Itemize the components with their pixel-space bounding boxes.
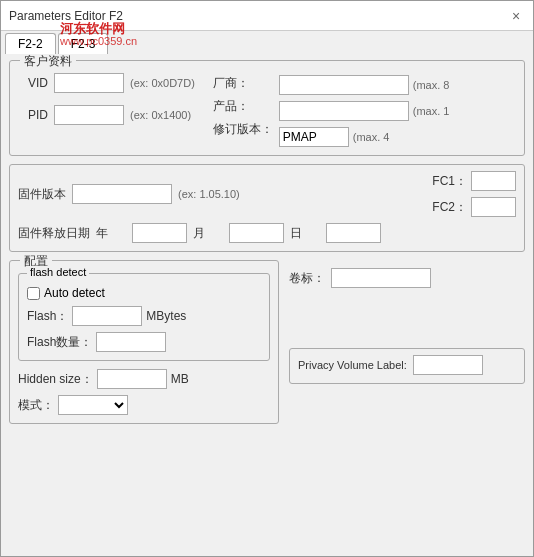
year-label: 年 — [96, 225, 126, 242]
manufacturer-input[interactable] — [279, 75, 409, 95]
auto-detect-label: Auto detect — [44, 286, 105, 300]
mode-row: 模式： — [18, 395, 270, 415]
flash-count-input[interactable] — [96, 332, 166, 352]
hidden-size-label: Hidden size： — [18, 371, 93, 388]
vid-row: VID (ex: 0x0D7D) — [18, 73, 195, 93]
pid-row: PID (ex: 0x1400) — [18, 105, 195, 125]
firmware-version-input[interactable] — [72, 184, 172, 204]
auto-detect-checkbox[interactable] — [27, 287, 40, 300]
fc1-row: FC1： — [432, 171, 516, 191]
hidden-size-input[interactable] — [97, 369, 167, 389]
pid-input[interactable] — [54, 105, 124, 125]
fc1-label: FC1： — [432, 173, 467, 190]
title-bar-left: Parameters Editor F2 — [9, 9, 123, 23]
flash-count-row: Flash数量： — [27, 332, 261, 352]
pid-hint: (ex: 0x1400) — [130, 109, 191, 121]
hidden-size-row: Hidden size： MB — [18, 369, 270, 389]
fc2-row: FC2： — [432, 197, 516, 217]
firmware-version-hint: (ex: 1.05.10) — [178, 188, 240, 200]
main-window: Parameters Editor F2 × 河东软件网 www.pc0359.… — [0, 0, 534, 557]
vid-hint: (ex: 0x0D7D) — [130, 77, 195, 89]
month-input[interactable] — [229, 223, 284, 243]
day-input[interactable] — [326, 223, 381, 243]
privacy-volume-label: Privacy Volume Label: — [298, 359, 407, 371]
privacy-volume-input[interactable] — [413, 355, 483, 375]
config-group: 配置 flash detect Auto detect Flash： MByte… — [9, 260, 279, 424]
product-label: 产品： — [213, 98, 273, 115]
year-input[interactable] — [132, 223, 187, 243]
revision-input[interactable] — [279, 127, 349, 147]
flash-detect-label: flash detect — [27, 266, 89, 278]
fc-section: FC1： FC2： — [432, 171, 516, 217]
pid-label: PID — [18, 108, 48, 122]
config-section: 配置 flash detect Auto detect Flash： MByte… — [9, 260, 525, 432]
product-hint: (max. 1 — [413, 105, 450, 117]
day-label: 日 — [290, 225, 320, 242]
vid-label: VID — [18, 76, 48, 90]
mode-label: 模式： — [18, 397, 54, 414]
privacy-group: Privacy Volume Label: — [289, 348, 525, 384]
fc2-input[interactable] — [471, 197, 516, 217]
vid-input[interactable] — [54, 73, 124, 93]
config-left: 配置 flash detect Auto detect Flash： MByte… — [9, 260, 279, 432]
window-title: Parameters Editor F2 — [9, 9, 123, 23]
flash-detect-group: flash detect Auto detect Flash： MBytes F… — [18, 273, 270, 361]
config-right: 卷标： Privacy Volume Label: — [289, 260, 525, 432]
volume-input[interactable] — [331, 268, 431, 288]
close-button[interactable]: × — [507, 7, 525, 25]
customer-group-label: 客户资料 — [20, 54, 76, 70]
product-input[interactable] — [279, 101, 409, 121]
flash-unit: MBytes — [146, 309, 186, 323]
firmware-date-label: 固件释放日期 — [18, 225, 90, 242]
fc2-label: FC2： — [432, 199, 467, 216]
title-bar: Parameters Editor F2 × — [1, 1, 533, 31]
volume-label: 卷标： — [289, 270, 325, 287]
content-area: 客户资料 VID (ex: 0x0D7D) PID (ex: 0x1400) — [1, 54, 533, 556]
manufacturer-hint: (max. 8 — [413, 79, 450, 91]
revision-hint: (max. 4 — [353, 131, 390, 143]
tab-bar: F2-2 F2-3 — [1, 31, 533, 54]
tab-f2-3[interactable]: F2-3 — [58, 33, 109, 54]
tab-f2-2[interactable]: F2-2 — [5, 33, 56, 54]
mode-select[interactable] — [58, 395, 128, 415]
customer-group: 客户资料 VID (ex: 0x0D7D) PID (ex: 0x1400) — [9, 60, 525, 156]
fc1-input[interactable] — [471, 171, 516, 191]
hidden-unit: MB — [171, 372, 189, 386]
flash-label: Flash： — [27, 308, 68, 325]
flash-count-label: Flash数量： — [27, 334, 92, 351]
month-label: 月 — [193, 225, 223, 242]
revision-label: 修订版本： — [213, 121, 273, 138]
flash-row: Flash： MBytes — [27, 306, 261, 326]
manufacturer-label: 厂商： — [213, 75, 273, 92]
firmware-version-label: 固件版本 — [18, 186, 66, 203]
auto-detect-row: Auto detect — [27, 286, 261, 300]
flash-input[interactable] — [72, 306, 142, 326]
firmware-section: 固件版本 (ex: 1.05.10) FC1： FC2： 固件释放日期 — [9, 164, 525, 252]
